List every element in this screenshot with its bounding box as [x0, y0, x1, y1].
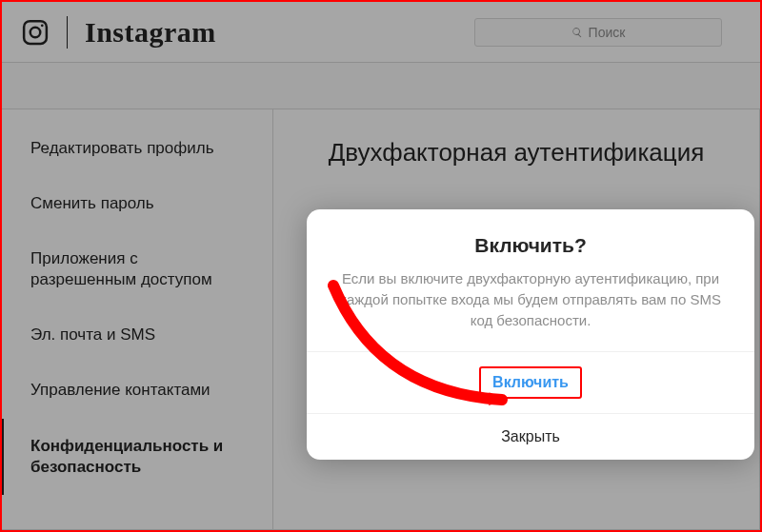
search-icon [572, 27, 583, 38]
dialog-body: Включить? Если вы включите двухфакторную… [307, 209, 754, 351]
enable-2fa-dialog: Включить? Если вы включите двухфакторную… [307, 209, 754, 460]
sidebar-item-label: Управление контактами [30, 381, 211, 399]
settings-sidebar: Редактировать профиль Сменить пароль При… [2, 108, 273, 530]
sidebar-item-manage-contacts[interactable]: Управление контактами [2, 363, 272, 418]
sidebar-item-authorized-apps[interactable]: Приложения с разрешенным доступом [2, 231, 272, 307]
sidebar-item-label: Сменить пароль [30, 194, 154, 212]
sidebar-item-label: Приложения с разрешенным доступом [30, 249, 212, 288]
sidebar-item-edit-profile[interactable]: Редактировать профиль [2, 121, 272, 176]
search-input[interactable]: Поиск [474, 18, 722, 47]
close-button[interactable]: Закрыть [307, 413, 754, 460]
svg-point-2 [41, 24, 44, 27]
sidebar-item-privacy-security[interactable]: Конфиденциальность и безопасность [2, 419, 272, 495]
enable-button[interactable]: Включить [307, 351, 754, 413]
enable-button-label: Включить [479, 366, 582, 399]
instagram-wordmark: Instagram [85, 16, 216, 49]
close-button-label: Закрыть [501, 428, 560, 444]
svg-point-1 [30, 27, 41, 37]
top-bar: Instagram Поиск [2, 2, 760, 63]
dialog-title: Включить? [335, 234, 726, 257]
instagram-glyph-icon [21, 18, 50, 47]
logo-divider [67, 16, 68, 49]
sidebar-item-label: Эл. почта и SMS [30, 325, 155, 344]
page-title: Двухфакторная аутентификация [311, 138, 721, 167]
search-placeholder: Поиск [589, 25, 626, 40]
app-frame: Instagram Поиск Редактировать профиль См… [0, 0, 762, 532]
sidebar-item-label: Конфиденциальность и безопасность [30, 437, 223, 476]
dialog-description: Если вы включите двухфакторную аутентифи… [335, 268, 726, 330]
sidebar-item-change-password[interactable]: Сменить пароль [2, 176, 272, 231]
svg-rect-0 [24, 21, 47, 44]
sidebar-item-label: Редактировать профиль [30, 139, 214, 157]
sidebar-item-email-sms[interactable]: Эл. почта и SMS [2, 307, 272, 363]
